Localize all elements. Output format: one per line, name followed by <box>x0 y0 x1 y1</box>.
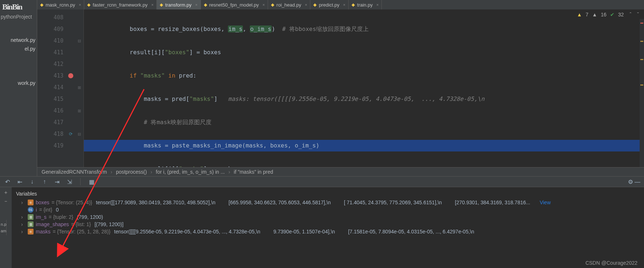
python-icon: ◆ <box>313 2 317 7</box>
step-over-icon[interactable]: ⇤ <box>16 178 23 185</box>
evaluate-icon[interactable]: ⇲ <box>66 178 73 185</box>
chevron-up-icon[interactable]: ˆ <box>630 12 632 17</box>
inspection-summary[interactable]: ▲7 ▲16 ✔32 ˆ ˇ <box>577 12 639 17</box>
variable-row-masks[interactable]: › ≡ masks = {Tensor: (25, 1, 28, 28)} te… <box>15 228 641 235</box>
line-numbers: 408 409 410 411 412 413 414 415 416 417 … <box>37 9 66 167</box>
tab-mask-rcnn[interactable]: ◆mask_rcnn.py× <box>37 0 84 9</box>
code-editor[interactable]: boxes = resize_boxes(boxes, im_s, o_im_s… <box>84 9 644 167</box>
tensor-icon: ≡ <box>28 229 34 234</box>
tab-train[interactable]: ◆train.py× <box>349 0 382 9</box>
variable-row-boxes[interactable]: › ≡ boxes = {Tensor: (25, 4)} tensor([[1… <box>15 199 641 206</box>
variable-row-image-shapes[interactable]: › ≣ image_shapes = {list: 1} [(799, 1200… <box>15 221 641 228</box>
variable-row-i[interactable]: 01 i = {int} 0 <box>15 206 641 213</box>
tool-window-tabs[interactable]: n.p am <box>0 220 7 235</box>
resume-icon[interactable]: ↶ <box>4 178 11 185</box>
gear-icon[interactable]: ⚙ <box>628 179 633 185</box>
calculator-icon[interactable]: ▦ <box>88 178 95 185</box>
editor-tabs: ◆mask_rcnn.py× ◆faster_rcnn_framework.py… <box>37 0 644 9</box>
minus-icon[interactable]: － <box>3 198 8 205</box>
breadcrumb[interactable]: GeneralizedRCNNTransform› postprocess()›… <box>37 167 644 176</box>
typo-icon: ✔ <box>610 12 614 17</box>
tab-faster-rcnn[interactable]: ◆faster_rcnn_framework.py× <box>84 0 157 9</box>
close-icon[interactable]: × <box>343 3 345 7</box>
variables-title: Variables <box>15 189 641 199</box>
python-icon: ◆ <box>40 2 43 7</box>
python-icon: ◆ <box>271 2 274 7</box>
plus-icon[interactable]: ＋ <box>3 189 8 196</box>
run-to-cursor-icon[interactable]: ⇥ <box>53 178 61 185</box>
breakpoint-icon[interactable] <box>68 73 73 78</box>
chevron-right-icon[interactable]: › <box>21 214 26 220</box>
step-into-icon[interactable]: ↓ <box>28 178 36 185</box>
step-out-icon[interactable]: ↑ <box>41 178 48 185</box>
view-link[interactable]: View <box>540 200 551 205</box>
minimize-icon[interactable]: — <box>635 179 640 185</box>
weak-warning-icon: ▲ <box>592 12 597 17</box>
list-icon: ≣ <box>28 221 34 227</box>
chevron-down-icon[interactable]: ˇ <box>637 12 639 17</box>
project-file[interactable]: work.py <box>0 79 37 87</box>
python-icon: ◆ <box>352 2 355 7</box>
variables-panel[interactable]: Variables › ≡ boxes = {Tensor: (25, 4)} … <box>12 187 644 268</box>
project-file[interactable]: network.py <box>0 36 37 44</box>
chevron-right-icon[interactable]: › <box>21 229 26 234</box>
project-file[interactable]: el.py <box>0 44 37 53</box>
tab-transform[interactable]: ◆transform.py× <box>157 0 201 9</box>
error-stripe[interactable] <box>640 19 644 167</box>
chevron-right-icon[interactable]: › <box>21 200 26 205</box>
close-icon[interactable]: × <box>195 3 197 7</box>
watermark: CSDN @Courage2022 <box>585 260 637 266</box>
tensor-icon: ≡ <box>28 200 34 205</box>
variable-row-im-s[interactable]: › ≣ im_s = {tuple: 2} (799, 1200) <box>15 213 641 221</box>
close-icon[interactable]: × <box>305 3 307 7</box>
warning-icon: ▲ <box>577 12 582 17</box>
chevron-right-icon[interactable]: › <box>21 221 26 227</box>
close-icon[interactable]: × <box>79 3 81 7</box>
tab-resnet50[interactable]: ◆resnet50_fpn_model.py× <box>201 0 268 9</box>
app-logo: BinBin <box>0 1 37 12</box>
tab-roi-head[interactable]: ◆roi_head.py× <box>268 0 310 9</box>
breakpoint-gutter[interactable]: ⟳ <box>66 9 75 167</box>
close-icon[interactable]: × <box>376 3 379 7</box>
close-icon[interactable]: × <box>151 3 154 7</box>
project-sidebar: BinBin pythonProject network.py el.py wo… <box>0 0 37 176</box>
python-icon: ◆ <box>160 2 163 7</box>
python-icon: ◆ <box>204 2 207 7</box>
project-name[interactable]: pythonProject <box>0 12 37 21</box>
close-icon[interactable]: × <box>263 3 265 7</box>
python-icon: ◆ <box>87 2 90 7</box>
tab-predict[interactable]: ◆predict.py× <box>310 0 349 9</box>
fold-gutter[interactable]: ⊟ ⊞⊞ ⊟ <box>75 9 84 167</box>
debug-toolbar: ↶ ⇤ ↓ ↑ ⇥ ⇲ ▦ ⚙ — <box>0 177 644 187</box>
int-icon: 01 <box>28 207 34 213</box>
tuple-icon: ≣ <box>28 214 34 220</box>
